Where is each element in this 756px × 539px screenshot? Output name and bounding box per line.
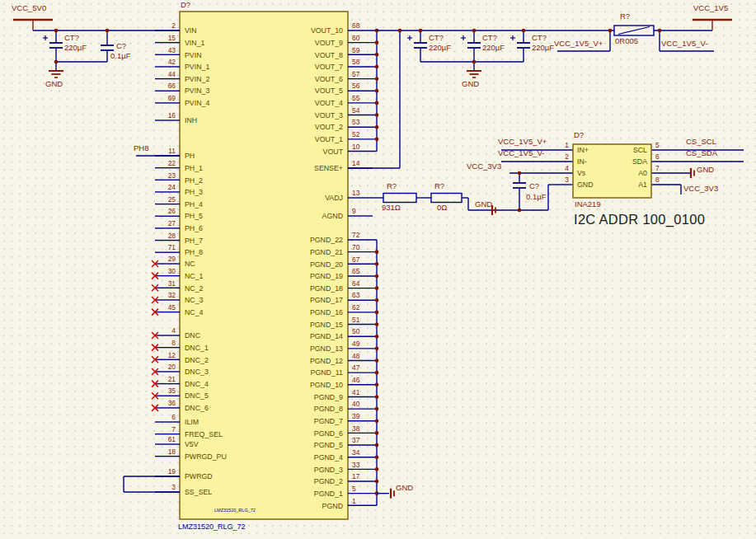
ina-pin-name-SDA[interactable]: SDA (632, 157, 647, 166)
pin-number-6[interactable]: 6 (171, 413, 176, 421)
pin-number-10[interactable]: 10 (352, 143, 360, 151)
pin-name-PH_6[interactable]: PH_6 (185, 224, 203, 232)
pin-name-PH_2[interactable]: PH_2 (185, 176, 203, 185)
pin-number-45[interactable]: 45 (168, 303, 176, 312)
cap-ref[interactable]: CT? (482, 34, 497, 42)
pin-number-49[interactable]: 49 (352, 340, 360, 348)
shunt-value[interactable]: 0R005 (615, 37, 638, 45)
cap-ref[interactable]: C? (529, 182, 539, 190)
pin-name-PVIN_3[interactable]: PVIN_3 (185, 87, 209, 95)
pin-number-47[interactable]: 47 (352, 363, 360, 372)
pin-number-32[interactable]: 32 (168, 291, 176, 299)
pin-number-43[interactable]: 43 (168, 46, 176, 54)
pin-number-31[interactable]: 31 (168, 279, 176, 288)
shunt-ref[interactable]: R? (620, 12, 630, 21)
pin-name-PH_1[interactable]: PH_1 (185, 164, 203, 172)
net-label-cs-sda[interactable]: CS_SDA (686, 149, 717, 157)
ina219-name[interactable]: INA219 (575, 200, 601, 209)
pin-name-PGND_9[interactable]: PGND_9 (314, 393, 343, 401)
pin-name-AGND[interactable]: AGND (322, 212, 343, 220)
pin-number-71[interactable]: 71 (168, 243, 176, 251)
pin-name-PGND_13[interactable]: PGND_13 (310, 344, 343, 353)
cap-value[interactable]: 0.1µF (526, 193, 546, 201)
pin-number-20[interactable]: 20 (168, 363, 176, 371)
cap-ref[interactable]: C? (116, 42, 126, 50)
pin-name-PGND_6[interactable]: PGND_6 (314, 429, 343, 438)
pin-number-65[interactable]: 65 (352, 267, 360, 275)
pin-name-PVIN_1[interactable]: PVIN_1 (185, 63, 209, 71)
net-label-v-plus[interactable]: VCC_1V5_V+ (554, 40, 603, 48)
pin-number-52[interactable]: 52 (352, 130, 360, 138)
resistor-ref[interactable]: R? (434, 182, 444, 190)
pin-number-46[interactable]: 46 (352, 376, 360, 384)
pin-number-7[interactable]: 7 (171, 425, 176, 434)
pin-name-PWRGD_PU[interactable]: PWRGD_PU (185, 452, 227, 461)
pin-number-16[interactable]: 16 (168, 111, 176, 120)
pin-name-VOUT_3[interactable]: VOUT_3 (315, 111, 343, 120)
net-label-cs-scl[interactable]: CS_SCL (686, 138, 716, 146)
pin-name-PGND_2[interactable]: PGND_2 (314, 477, 343, 485)
pin-number-4[interactable]: 4 (171, 326, 176, 335)
pin-name-VOUT_6[interactable]: VOUT_6 (315, 75, 343, 83)
pin-number-67[interactable]: 67 (352, 255, 360, 264)
pin-number-64[interactable]: 64 (352, 279, 360, 288)
pin-name-DNC_3[interactable]: DNC_3 (185, 368, 209, 376)
gnd-label[interactable]: GND (45, 80, 63, 88)
ina-pin-number-4[interactable]: 4 (565, 164, 569, 172)
pin-number-72[interactable]: 72 (352, 231, 360, 239)
ina-pin-name-Vs[interactable]: Vs (577, 169, 586, 177)
pin-name-PVIN_2[interactable]: PVIN_2 (185, 75, 209, 83)
cap-value[interactable]: 220µF (64, 44, 87, 52)
pin-name-VOUT_4[interactable]: VOUT_4 (315, 99, 343, 107)
pin-number-27[interactable]: 27 (168, 219, 176, 227)
ina-pin-number-8[interactable]: 8 (655, 176, 660, 184)
ina-pin-number-5[interactable]: 5 (655, 141, 660, 149)
pin-name-DNC_2[interactable]: DNC_2 (185, 356, 209, 364)
pin-name-DNC_1[interactable]: DNC_1 (185, 344, 209, 352)
pin-name-NC_2[interactable]: NC_2 (185, 284, 204, 293)
net-label-vcc3v3[interactable]: VCC_3V3 (467, 162, 501, 171)
net-label-v-minus[interactable]: VCC_1V5_V- (661, 40, 708, 48)
pin-name-PH_5[interactable]: PH_5 (185, 212, 203, 220)
pin-name-PGND_17[interactable]: PGND_17 (310, 296, 343, 304)
pin-number-13[interactable]: 13 (352, 189, 360, 197)
ina-pin-name-A1[interactable]: A1 (638, 180, 647, 189)
pin-name-SENSE+[interactable]: SENSE+ (314, 164, 343, 172)
pin-number-14[interactable]: 14 (352, 159, 360, 167)
pin-number-34[interactable]: 34 (352, 448, 360, 457)
pin-number-29[interactable]: 29 (168, 255, 176, 263)
pin-name-PH[interactable]: PH (185, 152, 195, 160)
pin-number-30[interactable]: 30 (168, 267, 176, 275)
resistor-r-vadj-1[interactable] (383, 194, 416, 203)
pin-number-35[interactable]: 35 (168, 387, 176, 395)
pin-name-VOUT_8[interactable]: VOUT_8 (315, 51, 343, 59)
pin-number-50[interactable]: 50 (352, 327, 360, 335)
pin-name-VOUT_9[interactable]: VOUT_9 (315, 39, 343, 47)
pin-number-61[interactable]: 61 (168, 435, 176, 443)
pin-name-PGND_12[interactable]: PGND_12 (310, 357, 343, 365)
main-ic-designator[interactable]: D? (181, 1, 190, 9)
pin-number-37[interactable]: 37 (352, 436, 360, 444)
pin-number-48[interactable]: 48 (352, 352, 360, 360)
ina-pin-number-6[interactable]: 6 (655, 152, 660, 161)
pin-name-PGND_19[interactable]: PGND_19 (310, 272, 343, 280)
pin-number-1[interactable]: 1 (352, 497, 356, 505)
pin-number-59[interactable]: 59 (352, 46, 360, 54)
cap-value[interactable]: 0.1µF (110, 52, 130, 60)
pin-name-VOUT_1[interactable]: VOUT_1 (315, 135, 343, 143)
resistor-ref[interactable]: R? (387, 182, 397, 190)
pin-number-58[interactable]: 58 (352, 58, 360, 66)
ina-pin-number-7[interactable]: 7 (655, 164, 660, 172)
pin-number-24[interactable]: 24 (168, 183, 176, 191)
pin-name-PGND_15[interactable]: PGND_15 (310, 321, 343, 329)
resistor-r-vadj-2[interactable] (431, 194, 462, 203)
pin-name-PGND_16[interactable]: PGND_16 (310, 308, 343, 316)
pin-name-PGND_20[interactable]: PGND_20 (310, 260, 343, 269)
power-port-label-vcc5v0[interactable]: VCC_5V0 (12, 4, 46, 12)
pin-number-23[interactable]: 23 (168, 171, 176, 180)
pin-number-18[interactable]: 18 (168, 448, 176, 456)
pin-number-38[interactable]: 38 (352, 424, 360, 433)
pin-name-PGND_11[interactable]: PGND_11 (311, 368, 344, 377)
ina-pin-number-2[interactable]: 2 (565, 152, 569, 161)
pin-number-68[interactable]: 68 (352, 21, 360, 30)
